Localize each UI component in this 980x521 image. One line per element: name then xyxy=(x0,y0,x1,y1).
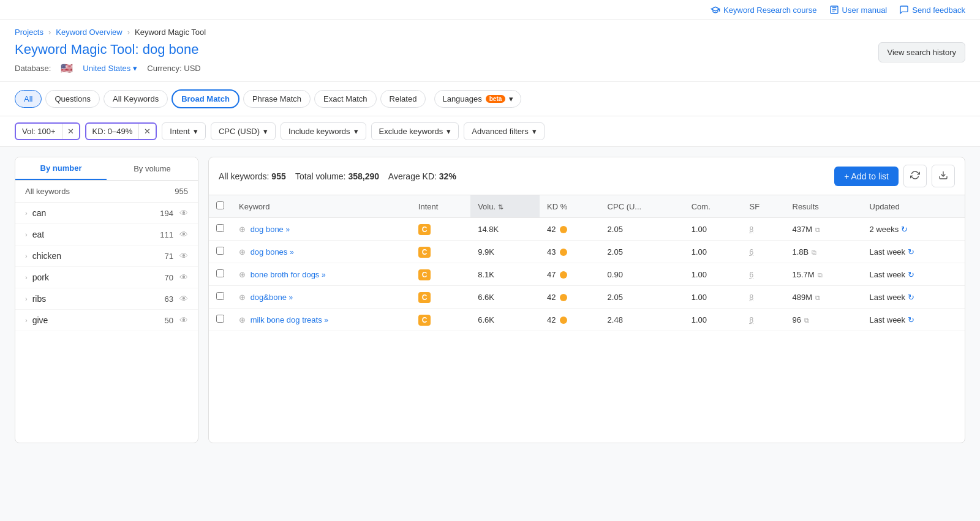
keyword-link[interactable]: milk bone dog treats xyxy=(251,315,322,324)
sidebar-item-eat[interactable]: › eat 111 👁 xyxy=(15,224,198,246)
expand-icon[interactable]: » xyxy=(324,316,328,324)
tab-related[interactable]: Related xyxy=(380,90,426,108)
keyword-link[interactable]: dog&bone xyxy=(251,293,287,302)
exclude-keywords-filter[interactable]: Exclude keywords ▾ xyxy=(371,122,459,140)
add-to-list-button[interactable]: + Add to list xyxy=(834,167,899,186)
sidebar-tab-by-volume[interactable]: By volume xyxy=(107,157,198,180)
table-row: ⊕ bone broth for dogs » C 8.1K 47 0.90 1… xyxy=(209,263,965,286)
add-keyword-icon[interactable]: ⊕ xyxy=(239,315,246,324)
kd-dot xyxy=(560,317,567,324)
keyword-link[interactable]: dog bone xyxy=(251,225,284,234)
breadcrumb-overview[interactable]: Keyword Overview xyxy=(56,28,122,37)
expand-icon[interactable]: » xyxy=(322,271,326,279)
row-com: 1.00 xyxy=(684,286,742,309)
advanced-chevron-icon: ▾ xyxy=(532,127,537,136)
results-section: All keywords: 955 Total volume: 358,290 … xyxy=(208,157,965,443)
eye-icon[interactable]: 👁 xyxy=(179,230,188,239)
eye-icon[interactable]: 👁 xyxy=(179,294,188,304)
view-history-button[interactable]: View search history xyxy=(878,42,965,62)
languages-dropdown[interactable]: Languages beta ▾ xyxy=(434,90,521,108)
select-all-checkbox[interactable] xyxy=(216,201,224,209)
intent-badge: C xyxy=(418,292,431,303)
kd-filter-remove[interactable]: ✕ xyxy=(138,124,156,139)
expand-icon[interactable]: » xyxy=(285,225,290,234)
database-value-link[interactable]: United States ▾ xyxy=(83,64,137,73)
cpc-filter[interactable]: CPC (USD) ▾ xyxy=(211,122,276,140)
intent-filter[interactable]: Intent ▾ xyxy=(162,122,206,140)
vol-filter-remove[interactable]: ✕ xyxy=(62,124,79,139)
send-feedback-link[interactable]: Send feedback xyxy=(899,5,965,15)
sidebar-chevron-icon: › xyxy=(25,231,28,238)
row-refresh-icon[interactable]: ↻ xyxy=(908,293,914,302)
filters-section: Vol: 100+ ✕ KD: 0–49% ✕ Intent ▾ CPC (US… xyxy=(0,116,980,147)
keyword-course-label: Keyword Research course xyxy=(723,6,816,15)
database-label: Database: xyxy=(15,64,51,73)
row-refresh-icon[interactable]: ↻ xyxy=(908,315,914,324)
table-row: ⊕ dog bone » C 14.8K 42 2.05 1.00 8 437M… xyxy=(209,218,965,241)
eye-icon[interactable]: 👁 xyxy=(179,272,188,282)
row-checkbox[interactable] xyxy=(216,224,224,232)
tab-all[interactable]: All xyxy=(15,90,42,108)
breadcrumb-projects[interactable]: Projects xyxy=(15,28,43,37)
table-row: ⊕ milk bone dog treats » C 6.6K 42 2.48 … xyxy=(209,309,965,331)
header-results: Results xyxy=(785,195,862,218)
keyword-link[interactable]: bone broth for dogs xyxy=(251,270,320,279)
sidebar-item-count: 71 xyxy=(165,252,173,261)
currency-label: Currency: USD xyxy=(147,64,200,73)
sidebar-tab-by-number[interactable]: By number xyxy=(15,157,107,180)
expand-icon[interactable]: » xyxy=(290,248,294,257)
chevron-down-icon: ▾ xyxy=(133,64,137,73)
sf-value: 8 xyxy=(750,316,754,324)
row-updated: Last week ↻ xyxy=(862,309,965,331)
row-updated: Last week ↻ xyxy=(862,241,965,263)
sidebar-item-can[interactable]: › can 194 👁 xyxy=(15,203,198,224)
add-keyword-icon[interactable]: ⊕ xyxy=(239,270,246,279)
sidebar-item-label: ribs xyxy=(32,294,47,304)
add-keyword-icon[interactable]: ⊕ xyxy=(239,293,246,302)
include-chevron-icon: ▾ xyxy=(354,127,358,136)
row-sf: 8 xyxy=(742,286,785,309)
eye-icon[interactable]: 👁 xyxy=(179,208,188,218)
header-volume[interactable]: Volu. ⇅ xyxy=(470,195,540,218)
results-copy-icon: ⧉ xyxy=(813,226,820,233)
row-refresh-icon[interactable]: ↻ xyxy=(901,225,908,234)
row-results: 489M ⧉ xyxy=(785,286,862,309)
advanced-filters[interactable]: Advanced filters ▾ xyxy=(464,122,545,140)
add-keyword-icon[interactable]: ⊕ xyxy=(239,247,246,257)
sidebar-item-ribs[interactable]: › ribs 63 👁 xyxy=(15,288,198,310)
row-refresh-icon[interactable]: ↻ xyxy=(908,247,914,257)
sidebar-item-pork[interactable]: › pork 70 👁 xyxy=(15,267,198,288)
row-refresh-icon[interactable]: ↻ xyxy=(908,270,914,279)
row-checkbox[interactable] xyxy=(216,269,224,277)
tab-exact-match[interactable]: Exact Match xyxy=(314,90,377,108)
sidebar-all-keywords-count: 955 xyxy=(175,187,188,196)
user-manual-link[interactable]: User manual xyxy=(829,5,888,15)
keyword-link[interactable]: dog bones xyxy=(251,247,288,257)
refresh-button[interactable] xyxy=(903,165,927,187)
export-button[interactable] xyxy=(932,165,955,187)
sidebar-item-count: 111 xyxy=(160,230,173,239)
row-intent: C xyxy=(411,309,470,331)
sidebar-item-chicken[interactable]: › chicken 71 👁 xyxy=(15,246,198,267)
row-checkbox[interactable] xyxy=(216,292,224,300)
sidebar-item-give[interactable]: › give 50 👁 xyxy=(15,310,198,331)
row-cpc: 2.05 xyxy=(600,218,684,241)
eye-icon[interactable]: 👁 xyxy=(179,315,188,325)
row-checkbox[interactable] xyxy=(216,315,224,323)
include-keywords-filter[interactable]: Include keywords ▾ xyxy=(281,122,366,140)
table-row: ⊕ dog bones » C 9.9K 43 2.05 1.00 6 1.8B… xyxy=(209,241,965,263)
sidebar-chevron-icon: › xyxy=(25,274,28,281)
row-sf: 8 xyxy=(742,218,785,241)
expand-icon[interactable]: » xyxy=(289,293,293,302)
sidebar-chevron-icon: › xyxy=(25,209,28,217)
tab-questions[interactable]: Questions xyxy=(45,90,100,108)
tab-all-keywords[interactable]: All Keywords xyxy=(104,90,168,108)
tab-phrase-match[interactable]: Phrase Match xyxy=(243,90,311,108)
row-keyword: ⊕ bone broth for dogs » xyxy=(232,263,411,286)
row-checkbox[interactable] xyxy=(216,247,224,255)
keyword-course-link[interactable]: Keyword Research course xyxy=(710,5,816,15)
tab-broad-match[interactable]: Broad Match xyxy=(172,89,239,108)
row-checkbox-cell xyxy=(209,218,232,241)
add-keyword-icon[interactable]: ⊕ xyxy=(239,225,246,234)
eye-icon[interactable]: 👁 xyxy=(179,251,188,261)
